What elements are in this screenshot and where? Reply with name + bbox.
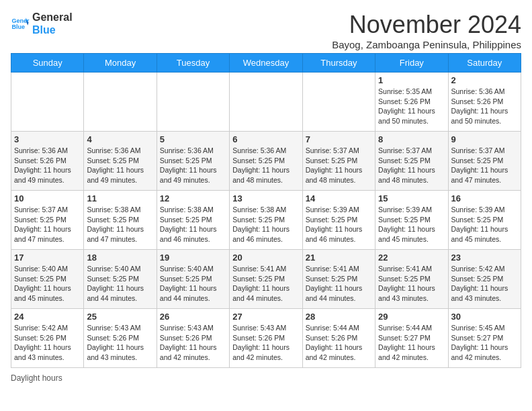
day-number: 18 <box>87 253 153 263</box>
day-number: 4 <box>87 134 153 144</box>
day-info: Sunrise: 5:36 AM Sunset: 5:26 PM Dayligh… <box>451 87 518 126</box>
day-info: Sunrise: 5:42 AM Sunset: 5:25 PM Dayligh… <box>451 264 518 304</box>
logo-icon: General Blue <box>11 14 30 33</box>
day-number: 22 <box>378 253 445 263</box>
calendar-cell: 5Sunrise: 5:36 AM Sunset: 5:25 PM Daylig… <box>157 132 229 191</box>
day-number: 16 <box>451 193 518 203</box>
day-info: Sunrise: 5:45 AM Sunset: 5:27 PM Dayligh… <box>451 323 518 363</box>
location-subtitle: Bayog, Zamboanga Peninsula, Philippines <box>332 39 521 50</box>
calendar-cell: 16Sunrise: 5:39 AM Sunset: 5:25 PM Dayli… <box>448 191 521 250</box>
calendar-cell: 22Sunrise: 5:41 AM Sunset: 5:25 PM Dayli… <box>375 250 448 309</box>
day-info: Sunrise: 5:36 AM Sunset: 5:25 PM Dayligh… <box>160 146 226 185</box>
calendar-cell: 27Sunrise: 5:43 AM Sunset: 5:26 PM Dayli… <box>230 309 302 368</box>
calendar-cell: 28Sunrise: 5:44 AM Sunset: 5:26 PM Dayli… <box>302 309 375 368</box>
day-number: 14 <box>306 193 372 203</box>
day-number: 30 <box>451 312 518 322</box>
header-day-sunday: Sunday <box>11 54 84 73</box>
day-number: 23 <box>451 253 518 263</box>
day-info: Sunrise: 5:43 AM Sunset: 5:26 PM Dayligh… <box>87 323 153 363</box>
day-number: 17 <box>14 253 81 263</box>
calendar-cell: 2Sunrise: 5:36 AM Sunset: 5:26 PM Daylig… <box>448 73 521 132</box>
calendar-cell: 12Sunrise: 5:38 AM Sunset: 5:25 PM Dayli… <box>157 191 229 250</box>
day-info: Sunrise: 5:41 AM Sunset: 5:25 PM Dayligh… <box>232 264 299 304</box>
day-info: Sunrise: 5:35 AM Sunset: 5:26 PM Dayligh… <box>378 87 445 126</box>
calendar-cell: 19Sunrise: 5:40 AM Sunset: 5:25 PM Dayli… <box>157 250 229 309</box>
logo-line2: Blue <box>32 24 73 36</box>
logo-line1: General <box>32 11 73 24</box>
day-info: Sunrise: 5:37 AM Sunset: 5:25 PM Dayligh… <box>14 205 81 244</box>
day-info: Sunrise: 5:37 AM Sunset: 5:25 PM Dayligh… <box>451 146 518 185</box>
week-row-1: 3Sunrise: 5:36 AM Sunset: 5:26 PM Daylig… <box>11 132 521 191</box>
day-info: Sunrise: 5:37 AM Sunset: 5:25 PM Dayligh… <box>378 146 445 185</box>
calendar-cell: 26Sunrise: 5:43 AM Sunset: 5:26 PM Dayli… <box>157 309 229 368</box>
day-number: 11 <box>87 193 153 203</box>
calendar-cell: 21Sunrise: 5:41 AM Sunset: 5:25 PM Dayli… <box>302 250 375 309</box>
day-info: Sunrise: 5:39 AM Sunset: 5:25 PM Dayligh… <box>378 205 445 244</box>
month-title: November 2024 <box>332 11 521 39</box>
day-info: Sunrise: 5:37 AM Sunset: 5:25 PM Dayligh… <box>306 146 372 185</box>
day-number: 12 <box>160 193 226 203</box>
day-info: Sunrise: 5:39 AM Sunset: 5:25 PM Dayligh… <box>451 205 518 244</box>
header-day-saturday: Saturday <box>448 54 521 73</box>
day-number: 27 <box>232 312 299 322</box>
footer-note: Daylight hours <box>11 373 521 383</box>
day-info: Sunrise: 5:40 AM Sunset: 5:25 PM Dayligh… <box>14 264 81 304</box>
day-number: 9 <box>451 134 518 144</box>
day-number: 26 <box>160 312 226 322</box>
calendar-cell: 29Sunrise: 5:44 AM Sunset: 5:27 PM Dayli… <box>375 309 448 368</box>
calendar-cell <box>157 73 229 132</box>
logo: General Blue General Blue <box>11 11 73 36</box>
calendar-cell: 6Sunrise: 5:36 AM Sunset: 5:25 PM Daylig… <box>230 132 302 191</box>
calendar-cell: 11Sunrise: 5:38 AM Sunset: 5:25 PM Dayli… <box>84 191 157 250</box>
day-number: 21 <box>306 253 372 263</box>
calendar-cell: 18Sunrise: 5:40 AM Sunset: 5:25 PM Dayli… <box>84 250 157 309</box>
header-day-friday: Friday <box>375 54 448 73</box>
header-day-wednesday: Wednesday <box>230 54 302 73</box>
calendar-cell: 30Sunrise: 5:45 AM Sunset: 5:27 PM Dayli… <box>448 309 521 368</box>
calendar-cell: 23Sunrise: 5:42 AM Sunset: 5:25 PM Dayli… <box>448 250 521 309</box>
day-number: 28 <box>306 312 372 322</box>
calendar-cell <box>84 73 157 132</box>
calendar-body: 1Sunrise: 5:35 AM Sunset: 5:26 PM Daylig… <box>11 73 521 368</box>
day-number: 1 <box>378 75 445 85</box>
day-info: Sunrise: 5:38 AM Sunset: 5:25 PM Dayligh… <box>232 205 299 244</box>
day-number: 2 <box>451 75 518 85</box>
day-info: Sunrise: 5:42 AM Sunset: 5:26 PM Dayligh… <box>14 323 81 363</box>
day-info: Sunrise: 5:38 AM Sunset: 5:25 PM Dayligh… <box>160 205 226 244</box>
day-number: 13 <box>232 193 299 203</box>
calendar-cell: 8Sunrise: 5:37 AM Sunset: 5:25 PM Daylig… <box>375 132 448 191</box>
day-info: Sunrise: 5:44 AM Sunset: 5:26 PM Dayligh… <box>306 323 372 363</box>
day-info: Sunrise: 5:41 AM Sunset: 5:25 PM Dayligh… <box>306 264 372 304</box>
day-number: 20 <box>232 253 299 263</box>
calendar-cell: 10Sunrise: 5:37 AM Sunset: 5:25 PM Dayli… <box>11 191 84 250</box>
calendar-cell: 13Sunrise: 5:38 AM Sunset: 5:25 PM Dayli… <box>230 191 302 250</box>
calendar-table: SundayMondayTuesdayWednesdayThursdayFrid… <box>11 53 521 368</box>
header-row: SundayMondayTuesdayWednesdayThursdayFrid… <box>11 54 521 73</box>
calendar-cell: 20Sunrise: 5:41 AM Sunset: 5:25 PM Dayli… <box>230 250 302 309</box>
svg-text:Blue: Blue <box>11 24 25 31</box>
calendar-cell: 25Sunrise: 5:43 AM Sunset: 5:26 PM Dayli… <box>84 309 157 368</box>
day-number: 15 <box>378 193 445 203</box>
day-info: Sunrise: 5:38 AM Sunset: 5:25 PM Dayligh… <box>87 205 153 244</box>
header-day-tuesday: Tuesday <box>157 54 229 73</box>
day-info: Sunrise: 5:43 AM Sunset: 5:26 PM Dayligh… <box>160 323 226 363</box>
day-info: Sunrise: 5:40 AM Sunset: 5:25 PM Dayligh… <box>160 264 226 304</box>
title-block: November 2024 Bayog, Zamboanga Peninsula… <box>332 11 521 50</box>
calendar-cell: 17Sunrise: 5:40 AM Sunset: 5:25 PM Dayli… <box>11 250 84 309</box>
page-header: General Blue General Blue November 2024 … <box>11 11 521 50</box>
week-row-0: 1Sunrise: 5:35 AM Sunset: 5:26 PM Daylig… <box>11 73 521 132</box>
day-number: 3 <box>14 134 81 144</box>
day-info: Sunrise: 5:43 AM Sunset: 5:26 PM Dayligh… <box>232 323 299 363</box>
day-info: Sunrise: 5:36 AM Sunset: 5:26 PM Dayligh… <box>14 146 81 185</box>
day-number: 5 <box>160 134 226 144</box>
day-info: Sunrise: 5:36 AM Sunset: 5:25 PM Dayligh… <box>87 146 153 185</box>
calendar-cell: 3Sunrise: 5:36 AM Sunset: 5:26 PM Daylig… <box>11 132 84 191</box>
header-day-monday: Monday <box>84 54 157 73</box>
calendar-cell: 7Sunrise: 5:37 AM Sunset: 5:25 PM Daylig… <box>302 132 375 191</box>
day-number: 29 <box>378 312 445 322</box>
header-day-thursday: Thursday <box>302 54 375 73</box>
calendar-cell: 1Sunrise: 5:35 AM Sunset: 5:26 PM Daylig… <box>375 73 448 132</box>
calendar-cell <box>11 73 84 132</box>
week-row-4: 24Sunrise: 5:42 AM Sunset: 5:26 PM Dayli… <box>11 309 521 368</box>
day-number: 6 <box>232 134 299 144</box>
